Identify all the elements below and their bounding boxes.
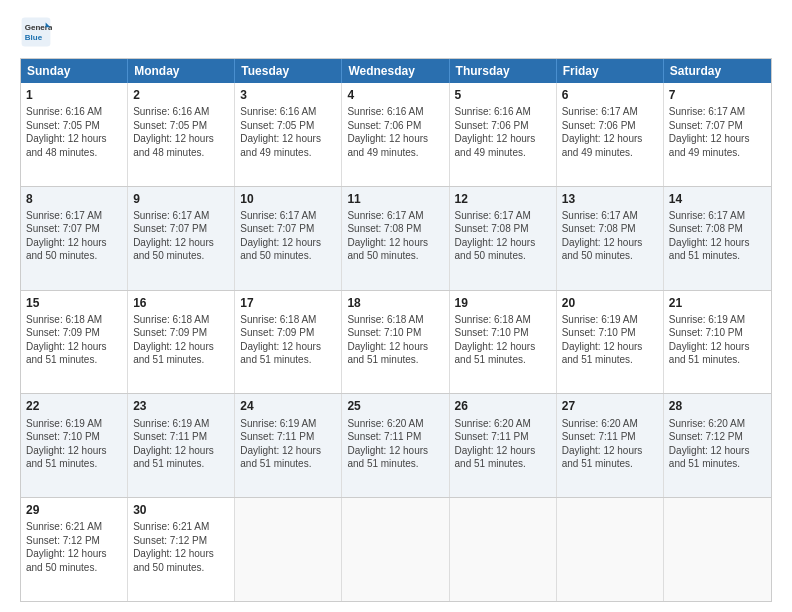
day-cell-13: 13Sunrise: 6:17 AM Sunset: 7:08 PM Dayli…: [557, 187, 664, 290]
day-number: 25: [347, 398, 443, 414]
weekday-header-saturday: Saturday: [664, 59, 771, 83]
weekday-header-monday: Monday: [128, 59, 235, 83]
cell-info: Sunrise: 6:20 AM Sunset: 7:11 PM Dayligh…: [562, 417, 658, 471]
day-cell-20: 20Sunrise: 6:19 AM Sunset: 7:10 PM Dayli…: [557, 291, 664, 394]
cell-info: Sunrise: 6:19 AM Sunset: 7:11 PM Dayligh…: [240, 417, 336, 471]
logo-icon: General Blue: [20, 16, 52, 48]
cell-info: Sunrise: 6:17 AM Sunset: 7:08 PM Dayligh…: [562, 209, 658, 263]
day-number: 22: [26, 398, 122, 414]
day-number: 3: [240, 87, 336, 103]
empty-cell: [557, 498, 664, 601]
day-number: 15: [26, 295, 122, 311]
cell-info: Sunrise: 6:17 AM Sunset: 7:07 PM Dayligh…: [26, 209, 122, 263]
day-number: 10: [240, 191, 336, 207]
cell-info: Sunrise: 6:18 AM Sunset: 7:10 PM Dayligh…: [455, 313, 551, 367]
day-cell-9: 9Sunrise: 6:17 AM Sunset: 7:07 PM Daylig…: [128, 187, 235, 290]
cell-info: Sunrise: 6:16 AM Sunset: 7:06 PM Dayligh…: [455, 105, 551, 159]
cell-info: Sunrise: 6:19 AM Sunset: 7:11 PM Dayligh…: [133, 417, 229, 471]
day-cell-17: 17Sunrise: 6:18 AM Sunset: 7:09 PM Dayli…: [235, 291, 342, 394]
day-number: 17: [240, 295, 336, 311]
calendar-row-5: 29Sunrise: 6:21 AM Sunset: 7:12 PM Dayli…: [21, 497, 771, 601]
cell-info: Sunrise: 6:21 AM Sunset: 7:12 PM Dayligh…: [26, 520, 122, 574]
calendar-header: SundayMondayTuesdayWednesdayThursdayFrid…: [21, 59, 771, 83]
cell-info: Sunrise: 6:17 AM Sunset: 7:07 PM Dayligh…: [133, 209, 229, 263]
cell-info: Sunrise: 6:18 AM Sunset: 7:09 PM Dayligh…: [26, 313, 122, 367]
day-cell-26: 26Sunrise: 6:20 AM Sunset: 7:11 PM Dayli…: [450, 394, 557, 497]
day-cell-7: 7Sunrise: 6:17 AM Sunset: 7:07 PM Daylig…: [664, 83, 771, 186]
day-number: 4: [347, 87, 443, 103]
day-number: 7: [669, 87, 766, 103]
cell-info: Sunrise: 6:18 AM Sunset: 7:09 PM Dayligh…: [133, 313, 229, 367]
cell-info: Sunrise: 6:17 AM Sunset: 7:08 PM Dayligh…: [669, 209, 766, 263]
day-cell-6: 6Sunrise: 6:17 AM Sunset: 7:06 PM Daylig…: [557, 83, 664, 186]
day-number: 30: [133, 502, 229, 518]
empty-cell: [235, 498, 342, 601]
empty-cell: [450, 498, 557, 601]
calendar-row-2: 8Sunrise: 6:17 AM Sunset: 7:07 PM Daylig…: [21, 186, 771, 290]
cell-info: Sunrise: 6:16 AM Sunset: 7:05 PM Dayligh…: [26, 105, 122, 159]
weekday-header-thursday: Thursday: [450, 59, 557, 83]
cell-info: Sunrise: 6:19 AM Sunset: 7:10 PM Dayligh…: [562, 313, 658, 367]
day-number: 12: [455, 191, 551, 207]
day-cell-2: 2Sunrise: 6:16 AM Sunset: 7:05 PM Daylig…: [128, 83, 235, 186]
weekday-header-friday: Friday: [557, 59, 664, 83]
day-number: 16: [133, 295, 229, 311]
cell-info: Sunrise: 6:16 AM Sunset: 7:05 PM Dayligh…: [240, 105, 336, 159]
day-number: 11: [347, 191, 443, 207]
day-cell-1: 1Sunrise: 6:16 AM Sunset: 7:05 PM Daylig…: [21, 83, 128, 186]
cell-info: Sunrise: 6:20 AM Sunset: 7:12 PM Dayligh…: [669, 417, 766, 471]
day-number: 21: [669, 295, 766, 311]
logo: General Blue: [20, 16, 56, 48]
cell-info: Sunrise: 6:16 AM Sunset: 7:05 PM Dayligh…: [133, 105, 229, 159]
calendar-row-1: 1Sunrise: 6:16 AM Sunset: 7:05 PM Daylig…: [21, 83, 771, 186]
day-cell-12: 12Sunrise: 6:17 AM Sunset: 7:08 PM Dayli…: [450, 187, 557, 290]
day-cell-10: 10Sunrise: 6:17 AM Sunset: 7:07 PM Dayli…: [235, 187, 342, 290]
calendar-body: 1Sunrise: 6:16 AM Sunset: 7:05 PM Daylig…: [21, 83, 771, 601]
day-cell-25: 25Sunrise: 6:20 AM Sunset: 7:11 PM Dayli…: [342, 394, 449, 497]
day-number: 20: [562, 295, 658, 311]
day-number: 14: [669, 191, 766, 207]
day-number: 28: [669, 398, 766, 414]
day-number: 2: [133, 87, 229, 103]
day-cell-22: 22Sunrise: 6:19 AM Sunset: 7:10 PM Dayli…: [21, 394, 128, 497]
day-number: 8: [26, 191, 122, 207]
day-number: 1: [26, 87, 122, 103]
day-cell-15: 15Sunrise: 6:18 AM Sunset: 7:09 PM Dayli…: [21, 291, 128, 394]
day-number: 29: [26, 502, 122, 518]
day-cell-8: 8Sunrise: 6:17 AM Sunset: 7:07 PM Daylig…: [21, 187, 128, 290]
day-cell-23: 23Sunrise: 6:19 AM Sunset: 7:11 PM Dayli…: [128, 394, 235, 497]
day-number: 23: [133, 398, 229, 414]
day-number: 27: [562, 398, 658, 414]
cell-info: Sunrise: 6:19 AM Sunset: 7:10 PM Dayligh…: [669, 313, 766, 367]
day-cell-30: 30Sunrise: 6:21 AM Sunset: 7:12 PM Dayli…: [128, 498, 235, 601]
day-cell-28: 28Sunrise: 6:20 AM Sunset: 7:12 PM Dayli…: [664, 394, 771, 497]
empty-cell: [342, 498, 449, 601]
day-number: 13: [562, 191, 658, 207]
day-cell-5: 5Sunrise: 6:16 AM Sunset: 7:06 PM Daylig…: [450, 83, 557, 186]
day-number: 5: [455, 87, 551, 103]
cell-info: Sunrise: 6:20 AM Sunset: 7:11 PM Dayligh…: [347, 417, 443, 471]
day-cell-16: 16Sunrise: 6:18 AM Sunset: 7:09 PM Dayli…: [128, 291, 235, 394]
cell-info: Sunrise: 6:19 AM Sunset: 7:10 PM Dayligh…: [26, 417, 122, 471]
empty-cell: [664, 498, 771, 601]
day-cell-3: 3Sunrise: 6:16 AM Sunset: 7:05 PM Daylig…: [235, 83, 342, 186]
cell-info: Sunrise: 6:21 AM Sunset: 7:12 PM Dayligh…: [133, 520, 229, 574]
weekday-header-tuesday: Tuesday: [235, 59, 342, 83]
calendar-row-4: 22Sunrise: 6:19 AM Sunset: 7:10 PM Dayli…: [21, 393, 771, 497]
cell-info: Sunrise: 6:17 AM Sunset: 7:08 PM Dayligh…: [347, 209, 443, 263]
day-cell-14: 14Sunrise: 6:17 AM Sunset: 7:08 PM Dayli…: [664, 187, 771, 290]
cell-info: Sunrise: 6:17 AM Sunset: 7:07 PM Dayligh…: [240, 209, 336, 263]
page: General Blue SundayMondayTuesdayWednesda…: [0, 0, 792, 612]
day-number: 9: [133, 191, 229, 207]
cell-info: Sunrise: 6:18 AM Sunset: 7:09 PM Dayligh…: [240, 313, 336, 367]
cell-info: Sunrise: 6:17 AM Sunset: 7:08 PM Dayligh…: [455, 209, 551, 263]
day-cell-19: 19Sunrise: 6:18 AM Sunset: 7:10 PM Dayli…: [450, 291, 557, 394]
header: General Blue: [20, 16, 772, 48]
weekday-header-sunday: Sunday: [21, 59, 128, 83]
day-number: 18: [347, 295, 443, 311]
day-cell-29: 29Sunrise: 6:21 AM Sunset: 7:12 PM Dayli…: [21, 498, 128, 601]
day-number: 6: [562, 87, 658, 103]
calendar-row-3: 15Sunrise: 6:18 AM Sunset: 7:09 PM Dayli…: [21, 290, 771, 394]
cell-info: Sunrise: 6:18 AM Sunset: 7:10 PM Dayligh…: [347, 313, 443, 367]
day-cell-11: 11Sunrise: 6:17 AM Sunset: 7:08 PM Dayli…: [342, 187, 449, 290]
